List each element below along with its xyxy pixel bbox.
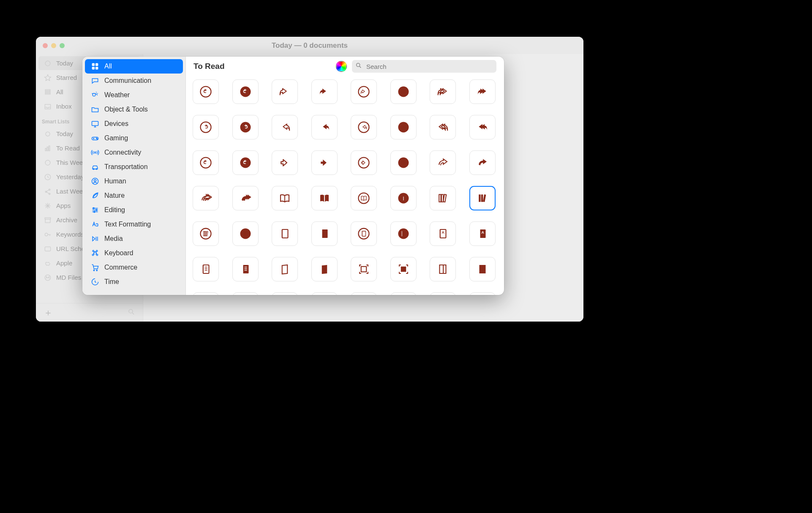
svg-rect-21 (92, 67, 94, 69)
svg-point-32 (94, 180, 96, 182)
icon-option-books-vertical-circle-fill[interactable] (232, 221, 259, 246)
icon-option-arrowshape-right-circle[interactable] (351, 150, 377, 175)
icon-option-book-closed-fill[interactable] (311, 221, 338, 246)
book-closed-fill-icon (318, 227, 331, 240)
svg-point-18 (129, 309, 133, 313)
svg-point-23 (93, 93, 95, 96)
icon-option-heart-text-square[interactable] (351, 292, 377, 295)
icon-option-arrowshape-turn-up-right-circle-fill[interactable] (390, 79, 417, 104)
icon-option-arrowshape-bounce-right[interactable] (430, 150, 456, 175)
icon-option-arrowshape-undo-2[interactable] (430, 115, 456, 139)
icon-option-arrowshape-right-circle-fill[interactable] (390, 150, 417, 175)
svg-rect-78 (243, 265, 248, 273)
icon-option-arrowshape-right[interactable] (272, 150, 298, 175)
icon-option-text-book-closed[interactable] (193, 257, 219, 281)
icon-option-arrow-uturn-left-circle-b[interactable] (193, 150, 219, 175)
category-devices[interactable]: Devices (85, 117, 183, 131)
svg-point-41 (359, 87, 369, 97)
icon-option-book-closed[interactable] (272, 221, 298, 246)
icon-option-arrow-uturn-left-circle[interactable] (193, 79, 219, 104)
book-circle-icon (357, 192, 370, 205)
icon-option-arrow-uturn-left-circle-fill[interactable] (232, 79, 259, 104)
close-window-button[interactable] (43, 43, 48, 48)
icon-option-magazine-fill[interactable] (469, 257, 496, 281)
icon-option-arrow-uturn-left-circle-b-fill[interactable] (232, 150, 259, 175)
icon-option-newspaper-fill[interactable] (232, 292, 259, 295)
icon-option-arrowshape-turn-up-right-2[interactable] (430, 79, 456, 104)
category-media[interactable]: Media (85, 232, 183, 246)
icon-option-heart-text-square-fill[interactable] (390, 292, 417, 295)
icon-option-arrowshape-bounce-right-2[interactable] (193, 186, 219, 210)
icon-option-character-book-closed[interactable]: A (430, 221, 456, 246)
icon-option-newspaper-circle[interactable] (272, 292, 298, 295)
category-keyboard[interactable]: Keyboard (85, 246, 183, 260)
arrowshape-turn-up-right-circle-fill-icon (397, 85, 410, 98)
svg-text:A: A (481, 230, 484, 235)
icon-option-square-text-square[interactable] (430, 292, 456, 295)
icon-option-camera-viewfinder[interactable] (351, 257, 377, 281)
icon-option-menucard[interactable] (272, 257, 298, 281)
svg-point-15 (45, 233, 48, 236)
category-time[interactable]: Time (85, 275, 183, 289)
icon-option-book-circle[interactable] (351, 186, 377, 210)
category-gaming[interactable]: Gaming (85, 131, 183, 145)
icon-option-newspaper-circle-fill[interactable] (311, 292, 338, 295)
category-connectivity[interactable]: Connectivity (85, 145, 183, 160)
category-editing[interactable]: Editing (85, 203, 183, 217)
icon-option-arrowshape-right-fill[interactable] (311, 150, 338, 175)
icon-option-menucard-fill[interactable] (311, 257, 338, 281)
category-communication[interactable]: Communication (85, 74, 183, 88)
icon-option-book-closed-circle[interactable] (351, 221, 377, 246)
icon-search-input[interactable] (352, 60, 496, 73)
icon-option-newspaper[interactable] (193, 292, 219, 295)
icon-option-arrowshape-turn-up-right-circle[interactable] (351, 79, 377, 104)
icon-option-arrow-uturn-right-circle[interactable] (193, 115, 219, 139)
icon-option-arrowshape-undo[interactable] (272, 115, 298, 139)
icon-option-arrowshape-turn-up-right-2-fill[interactable] (469, 79, 496, 104)
icon-option-arrowshape-bounce-right-2-fill[interactable] (232, 186, 259, 210)
category-weather[interactable]: Weather (85, 88, 183, 102)
icon-option-camera-viewfinder-fill[interactable] (390, 257, 417, 281)
books-vertical-icon (436, 192, 449, 205)
icon-option-arrowshape-undo-fill[interactable] (311, 115, 338, 139)
icon-option-square-text-square-fill[interactable] (469, 292, 496, 295)
icon-option-books-vertical-fill[interactable] (469, 186, 496, 210)
icon-option-arrowshape-undo-circle-fill[interactable] (390, 115, 417, 139)
add-button[interactable]: ＋ (44, 306, 53, 319)
icon-option-arrowshape-turn-up-right[interactable] (272, 79, 298, 104)
icon-option-book-circle-fill[interactable] (390, 186, 417, 210)
icon-option-book-fill[interactable] (311, 186, 338, 210)
color-picker-button[interactable] (336, 61, 347, 72)
zoom-window-button[interactable] (60, 43, 65, 48)
icon-option-character-book-closed-fill[interactable]: A (469, 221, 496, 246)
icon-option-arrowshape-turn-up-right-fill[interactable] (311, 79, 338, 104)
svg-rect-72 (402, 231, 405, 236)
icon-option-book-closed-circle-fill[interactable] (390, 221, 417, 246)
icon-option-arrowshape-undo-2-fill[interactable] (469, 115, 496, 139)
category-text-formatting[interactable]: Text Formatting (85, 217, 183, 232)
star-icon (44, 74, 52, 82)
icon-option-arrowshape-undo-circle[interactable] (351, 115, 377, 139)
category-human[interactable]: Human (85, 174, 183, 188)
category-object-tools[interactable]: Object & Tools (85, 102, 183, 117)
svg-rect-56 (479, 195, 480, 202)
icon-option-magazine[interactable] (430, 257, 456, 281)
category-transportation[interactable]: Transportation (85, 160, 183, 174)
icon-option-books-vertical[interactable] (430, 186, 456, 210)
popover-header: To Read (186, 57, 504, 76)
icon-option-arrowshape-bounce-right-fill[interactable] (469, 150, 496, 175)
icon-option-text-book-closed-fill[interactable] (232, 257, 259, 281)
category-nature[interactable]: Nature (85, 188, 183, 203)
svg-rect-6 (47, 147, 48, 150)
clock-icon (44, 173, 52, 181)
car-icon (91, 163, 99, 171)
cart-icon (91, 263, 99, 272)
minimize-window-button[interactable] (51, 43, 56, 48)
icon-option-arrow-uturn-right-circle-fill[interactable] (232, 115, 259, 139)
icon-option-books-vertical-circle[interactable] (193, 221, 219, 246)
category-commerce[interactable]: Commerce (85, 260, 183, 275)
icon-option-book[interactable] (272, 186, 298, 210)
icon-category-sidebar: AllCommunicationWeatherObject & ToolsDev… (82, 57, 186, 295)
category-all[interactable]: All (85, 59, 183, 74)
sidebar-search-button[interactable] (128, 308, 135, 317)
